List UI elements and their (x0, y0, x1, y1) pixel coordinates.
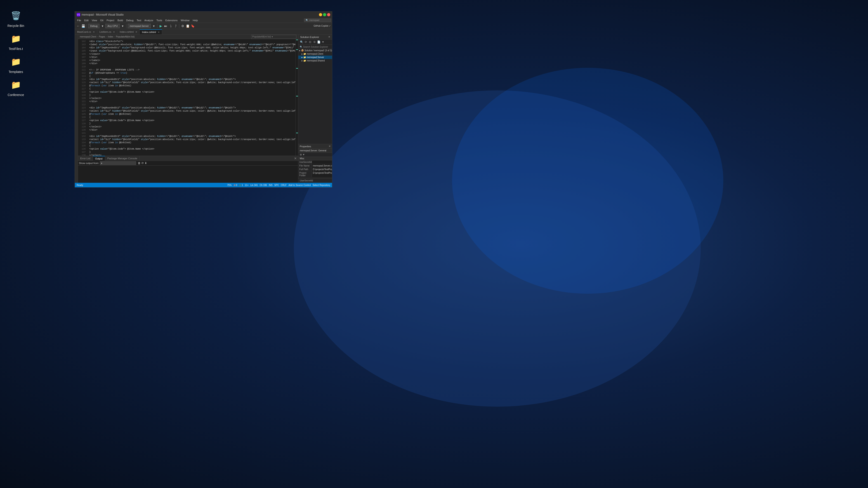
se-filter-btn[interactable]: ▼ (321, 40, 325, 44)
output-wrap-btn[interactable]: ⟳ (142, 162, 144, 165)
se-files-btn[interactable]: 📄 (317, 40, 320, 44)
code-content[interactable]: <div class="BlocksInfo1"> <label style="… (88, 39, 296, 156)
search-placeholder: memopad (309, 19, 319, 22)
solution-explorer-close[interactable]: ✕ (328, 35, 330, 38)
tree-solution[interactable]: ▸ 📦 Solution 'memopad' (3 of 3) (298, 49, 332, 52)
desktop-icon-recycle-bin[interactable]: 🗑️ Recycle Bin (4, 9, 27, 28)
menu-help[interactable]: Help (191, 19, 199, 22)
menu-window[interactable]: Window (179, 19, 191, 22)
bottom-tabs: Error List Output Package Manager Consol… (78, 156, 298, 161)
menu-git[interactable]: Git (99, 19, 105, 22)
toolbar-extra-3[interactable]: 🔖 (191, 24, 195, 28)
tab-listitem-close[interactable]: ✕ (113, 31, 115, 33)
menu-file[interactable]: File (76, 19, 83, 22)
tab-output[interactable]: Output (93, 156, 105, 161)
code-editor[interactable]: 1021031041051061071081091101111121131141… (78, 39, 296, 156)
desktop-icon-templates[interactable]: 📁 Templates (4, 55, 27, 74)
menu-test[interactable]: Test (135, 19, 143, 22)
desktop-icon-test-files[interactable]: 📁 TestFiles.t (4, 32, 27, 51)
client-icon: 📁 (303, 53, 306, 55)
bottom-panel-close[interactable]: ✕ (294, 157, 297, 160)
toolbar-save-icon[interactable]: 💾 (81, 24, 85, 28)
menu-analyze[interactable]: Analyze (143, 19, 155, 22)
prop-sort-icon[interactable]: ⊞ (300, 153, 302, 156)
se-search-box[interactable]: 🔍 Search Solution Explorer (298, 45, 332, 49)
properties-target: memopad.Server: General (298, 149, 332, 153)
code-line-123: <div id="ImgRoundedSt2" style="position:… (89, 106, 293, 109)
menu-extensions[interactable]: Extensions (164, 19, 179, 22)
tab-mastercard-close[interactable]: ✕ (93, 31, 95, 33)
se-collapse-btn[interactable]: ⊟ (308, 40, 312, 44)
menu-project[interactable]: Project (105, 19, 116, 22)
status-select-repo[interactable]: Select Repository (313, 184, 330, 186)
toolbar-startup-drop[interactable]: ▾ (152, 24, 156, 28)
tab-index3-close[interactable]: ✕ (158, 31, 160, 33)
step-over-icon[interactable]: ⏭ (164, 24, 168, 28)
close-button[interactable] (327, 13, 330, 16)
code-line-128: } (89, 122, 293, 125)
minimize-button[interactable] (319, 13, 322, 16)
tab-index3-label: Index.cshtml (142, 31, 156, 33)
menu-debug[interactable]: Debug (125, 19, 135, 22)
menu-tools[interactable]: Tools (155, 19, 164, 22)
startup-btn[interactable]: memopad.Server (128, 24, 151, 28)
code-line-126: { (89, 116, 293, 119)
tab-listitem[interactable]: ListItem.cs ✕ (97, 29, 118, 34)
desktop-icon-conference[interactable]: 📁 Conference (4, 78, 27, 97)
tab-index2-close[interactable]: ✕ (135, 31, 137, 33)
code-line-137: } (89, 151, 293, 154)
member-dropdown[interactable]: PopulateAll(int list) ▾ (252, 35, 273, 38)
indicator-dot-3 (296, 68, 298, 69)
prop-filter-icon[interactable]: ▼ (303, 153, 305, 156)
status-ins: INS (269, 184, 273, 186)
toolbar-extra-1[interactable]: ⚙ (181, 24, 185, 28)
maximize-button[interactable] (323, 13, 326, 16)
breadcrumb-bar: memopad.Client › Pages › Index › Populat… (78, 35, 298, 39)
status-errors[interactable]: ⊗ 0 (234, 184, 237, 187)
properties-header: Properties ✕ (298, 144, 332, 149)
menu-edit[interactable]: Edit (83, 19, 90, 22)
output-scroll-btn[interactable]: ⬇ (145, 162, 147, 165)
se-search-btn[interactable]: 🔍 (300, 40, 303, 44)
status-warnings[interactable]: ⚠ 1 (239, 184, 243, 187)
output-source-dropdown[interactable]: ▾ (100, 161, 136, 165)
tab-index2[interactable]: Index.cshtml ✕ (117, 29, 140, 34)
properties-close[interactable]: ✕ (329, 145, 331, 148)
tree-shared[interactable]: ▸ 📁 memopad.Shared (298, 59, 332, 62)
test-files-label: TestFiles.t (8, 47, 23, 51)
test-files-icon: 📁 (9, 32, 23, 46)
code-line-117: { (89, 88, 293, 91)
toolbar-platform-drop[interactable]: ▾ (121, 24, 125, 28)
step-out-icon[interactable]: ⤴ (174, 24, 178, 28)
step-into-icon[interactable]: ⤵ (168, 24, 173, 28)
recycle-bin-label: Recycle Bin (7, 24, 24, 28)
code-line-110 (89, 65, 293, 68)
breadcrumb-pages: Pages (99, 35, 105, 38)
toolbar-back-icon[interactable]: ← (76, 24, 80, 28)
tree-server[interactable]: ▸ 📁 memopad.Server (298, 56, 332, 59)
status-source-control[interactable]: Add to Source Control (288, 184, 311, 186)
indicator-dot-1 (296, 39, 298, 40)
se-properties-btn[interactable]: ⚙ (313, 40, 316, 44)
toolbar-drop-icon[interactable]: ▾ (100, 24, 104, 28)
tab-bar: MastCard.cs ✕ ListItem.cs ✕ Index.cshtml… (75, 29, 332, 35)
code-line-115: <select id="SL1" hidden="@Hid1Field1" st… (89, 81, 293, 84)
tab-error-list[interactable]: Error List (78, 156, 93, 161)
tab-mastercard[interactable]: MastCard.cs ✕ (75, 29, 97, 34)
status-messages: 11+ (245, 184, 249, 186)
output-clear-btn[interactable]: 🗑 (138, 162, 141, 165)
menu-view[interactable]: View (90, 19, 98, 22)
search-box[interactable]: 🔍 memopad (304, 19, 331, 22)
platform-btn[interactable]: Any CPU (105, 24, 120, 28)
tab-index3[interactable]: Index.cshtml ✕ (140, 29, 162, 34)
debug-config-btn[interactable]: Debug (88, 24, 99, 28)
se-refresh-btn[interactable]: ⟳ (304, 40, 308, 44)
toolbar-extra-2[interactable]: 📋 (186, 24, 190, 28)
tab-package-manager[interactable]: Package Manager Console (105, 156, 140, 161)
left-sidebar (75, 35, 78, 183)
run-button[interactable]: ▶ (159, 24, 163, 28)
menu-build[interactable]: Build (116, 19, 124, 22)
tree-client[interactable]: ▸ 📁 memopad.Client (298, 52, 332, 56)
code-line-119: } (89, 94, 293, 97)
solution-tree: 🔍 Search Solution Explorer ▸ 📦 Solution … (298, 45, 332, 144)
